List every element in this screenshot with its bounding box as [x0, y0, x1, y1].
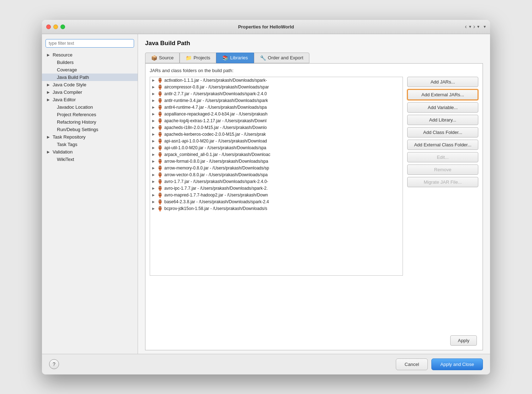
list-item[interactable]: ▶🏺apacheds-kerberos-codec-2.0.0-M15.jar … — [150, 131, 403, 138]
sidebar-item-run-debug-settings[interactable]: Run/Debug Settings — [42, 126, 138, 133]
sidebar-item-label: Java Editor — [53, 97, 76, 102]
help-button[interactable]: ? — [49, 359, 59, 369]
forward-dropdown-icon[interactable]: ▾ — [477, 24, 479, 29]
tab-source[interactable]: 📦Source — [145, 53, 180, 63]
sidebar-item-project-references[interactable]: Project References — [42, 111, 138, 118]
expand-arrow-icon: ▶ — [47, 83, 51, 87]
list-item[interactable]: ▶🏺base64-2.3.8.jar - /Users/prakash/Down… — [150, 199, 403, 205]
apply-and-close-button[interactable]: Apply and Close — [431, 358, 483, 370]
titlebar-nav: ‹ ▾ › ▾ ▾ — [465, 23, 486, 30]
jar-icon: 🏺 — [157, 206, 163, 211]
list-item[interactable]: ▶🏺arrow-format-0.8.0.jar - /Users/prakas… — [150, 158, 403, 165]
sidebar-item-wikitext[interactable]: WikiText — [42, 156, 138, 163]
list-item[interactable]: ▶🏺arrow-vector-0.8.0.jar - /Users/prakas… — [150, 172, 403, 178]
list-item[interactable]: ▶🏺apache-log4j-extras-1.2.17.jar - /User… — [150, 118, 403, 124]
list-item[interactable]: ▶🏺apacheds-i18n-2.0.0-M15.jar - /Users/p… — [150, 124, 403, 131]
properties-window: Properties for HelloWorld ‹ ▾ › ▾ ▾ ▶Res… — [42, 20, 490, 374]
sidebar-item-builders[interactable]: Builders — [42, 59, 138, 66]
nav-menu-icon[interactable]: ▾ — [484, 24, 486, 29]
sidebar: ▶ResourceBuildersCoverageJava Build Path… — [42, 34, 138, 354]
list-item[interactable]: ▶🏺antlr-runtime-3.4.jar - /Users/prakash… — [150, 97, 403, 104]
add-class-folder-button[interactable]: Add Class Folder... — [407, 127, 478, 137]
expand-arrow-icon: ▶ — [152, 207, 156, 210]
sidebar-item-label: Validation — [53, 149, 73, 155]
sidebar-item-label: Builders — [57, 60, 74, 65]
expand-arrow-icon: ▶ — [152, 180, 156, 183]
expand-arrow-icon: ▶ — [152, 146, 156, 150]
jar-icon: 🏺 — [157, 159, 163, 164]
jar-icon: 🏺 — [157, 179, 163, 184]
expand-arrow-icon: ▶ — [152, 193, 156, 197]
jar-name-label: aopalliance-repackaged-2.4.0-b34.jar - /… — [164, 112, 267, 117]
titlebar: Properties for HelloWorld ‹ ▾ › ▾ ▾ — [42, 20, 490, 34]
add-jars-button[interactable]: Add JARs... — [407, 77, 478, 87]
close-button[interactable] — [46, 25, 51, 29]
list-item[interactable]: ▶🏺bcprov-jdk15on-1.58.jar - /Users/praka… — [150, 205, 403, 212]
sidebar-item-task-repository[interactable]: ▶Task Repository — [42, 133, 138, 141]
tab-icon-order-export: 🔧 — [260, 55, 266, 61]
jar-name-label: arpack_combined_all-0.1.jar - /Users/pra… — [164, 152, 270, 157]
maximize-button[interactable] — [60, 25, 65, 29]
sidebar-item-task-tags[interactable]: Task Tags — [42, 141, 138, 148]
tab-icon-libraries: 📚 — [222, 55, 228, 61]
add-external-jars-button[interactable]: Add External JARs... — [407, 89, 478, 100]
list-item[interactable]: ▶🏺avro-ipc-1.7.7.jar - /Users/prakash/Do… — [150, 185, 403, 192]
tab-label-order-export: Order and Export — [268, 55, 303, 60]
forward-arrow-icon[interactable]: › — [473, 23, 475, 30]
list-item[interactable]: ▶🏺api-util-1.0.0-M20.jar - /Users/prakas… — [150, 145, 403, 151]
expand-arrow-icon: ▶ — [152, 187, 156, 190]
jar-icon: 🏺 — [157, 166, 163, 171]
list-item[interactable]: ▶🏺antlr4-runtime-4.7.jar - /Users/prakas… — [150, 104, 403, 111]
sidebar-item-label: Run/Debug Settings — [57, 127, 98, 132]
tab-icon-source: 📦 — [151, 55, 157, 61]
list-item[interactable]: ▶🏺avro-mapred-1.7.7-hadoop2.jar - /Users… — [150, 192, 403, 199]
list-item[interactable]: ▶🏺activation-1.1.1.jar - /Users/prakash/… — [150, 77, 403, 84]
jar-icon: 🏺 — [157, 193, 163, 198]
sidebar-item-java-compiler[interactable]: ▶Java Compiler — [42, 88, 138, 96]
list-item[interactable]: ▶🏺avro-1.7.7.jar - /Users/prakash/Downlo… — [150, 178, 403, 185]
list-item[interactable]: ▶🏺aircompressor-0.8.jar - /Users/prakash… — [150, 84, 403, 91]
cancel-button[interactable]: Cancel — [396, 358, 428, 370]
sidebar-item-java-code-style[interactable]: ▶Java Code Style — [42, 81, 138, 88]
add-external-class-folder-button[interactable]: Add External Class Folder... — [407, 140, 478, 150]
jar-name-label: antlr4-runtime-4.7.jar - /Users/prakash/… — [164, 105, 267, 110]
window-title: Properties for HelloWorld — [238, 24, 294, 29]
tab-label-projects: Projects — [193, 55, 210, 60]
expand-arrow-icon: ▶ — [152, 160, 156, 163]
sidebar-item-refactoring-history[interactable]: Refactoring History — [42, 118, 138, 126]
list-item[interactable]: ▶🏺antlr-2.7.7.jar - /Users/prakash/Downl… — [150, 91, 403, 97]
back-dropdown-icon[interactable]: ▾ — [469, 24, 471, 29]
sidebar-item-javadoc-location[interactable]: Javadoc Location — [42, 103, 138, 111]
apply-button[interactable]: Apply — [450, 335, 477, 346]
tab-libraries[interactable]: 📚Libraries — [216, 53, 254, 63]
buttons-panel: Add JARs...Add External JARs...Add Varia… — [407, 77, 478, 332]
sidebar-item-label: Coverage — [57, 67, 77, 72]
jar-list[interactable]: ▶🏺activation-1.1.1.jar - /Users/prakash/… — [150, 77, 403, 276]
sidebar-item-validation[interactable]: ▶Validation — [42, 148, 138, 156]
jar-icon: 🏺 — [157, 78, 163, 83]
jar-icon: 🏺 — [157, 105, 163, 110]
list-item[interactable]: ▶🏺api-asn1-api-1.0.0-M20.jar - /Users/pr… — [150, 138, 403, 145]
list-item[interactable]: ▶🏺arrow-memory-0.8.0.jar - /Users/prakas… — [150, 165, 403, 172]
sidebar-item-java-build-path[interactable]: Java Build Path — [42, 74, 138, 81]
jar-name-label: arrow-format-0.8.0.jar - /Users/prakash/… — [164, 159, 268, 164]
minimize-button[interactable] — [53, 25, 58, 29]
back-arrow-icon[interactable]: ‹ — [465, 23, 467, 30]
search-input[interactable] — [46, 39, 134, 48]
list-item[interactable]: ▶🏺aopalliance-repackaged-2.4.0-b34.jar -… — [150, 111, 403, 118]
tab-order-export[interactable]: 🔧Order and Export — [254, 53, 309, 63]
sidebar-item-label: WikiText — [57, 157, 74, 162]
sidebar-item-resource[interactable]: ▶Resource — [42, 51, 138, 59]
expand-arrow-icon: ▶ — [47, 150, 51, 154]
jar-name-label: antlr-2.7.7.jar - /Users/prakash/Downloa… — [164, 91, 267, 96]
jar-icon: 🏺 — [157, 139, 163, 144]
sidebar-item-java-editor[interactable]: ▶Java Editor — [42, 96, 138, 103]
list-item[interactable]: ▶🏺arpack_combined_all-0.1.jar - /Users/p… — [150, 151, 403, 158]
add-variable-button[interactable]: Add Variable... — [407, 102, 478, 113]
tab-projects[interactable]: 📁Projects — [180, 53, 216, 63]
sidebar-filter-container — [46, 39, 134, 48]
sidebar-item-coverage[interactable]: Coverage — [42, 66, 138, 74]
tabs-container: 📦Source📁Projects📚Libraries🔧Order and Exp… — [145, 53, 483, 63]
add-library-button[interactable]: Add Library... — [407, 115, 478, 125]
jar-icon: 🏺 — [157, 112, 163, 117]
